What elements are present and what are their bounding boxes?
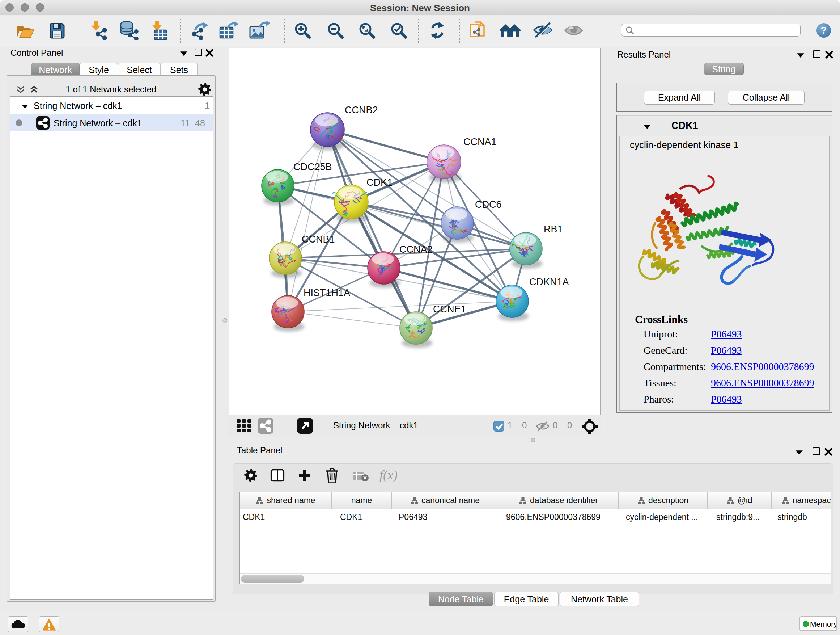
svg-text:RB1: RB1 <box>544 224 563 234</box>
svg-text:?: ? <box>821 25 827 36</box>
svg-text:CDC6: CDC6 <box>475 199 502 210</box>
svg-text:CCNA1: CCNA1 <box>463 136 497 147</box>
svg-text:CCNE1: CCNE1 <box>433 304 466 315</box>
svg-text:HIST1H1A: HIST1H1A <box>303 287 350 298</box>
svg-text:CCNB1: CCNB1 <box>302 234 335 245</box>
svg-text:CCNA2: CCNA2 <box>399 244 433 255</box>
svg-text:CCNB2: CCNB2 <box>345 105 378 116</box>
svg-text:CDKN1A: CDKN1A <box>529 277 569 287</box>
svg-text:CDC25B: CDC25B <box>294 162 332 172</box>
svg-text:CDK1: CDK1 <box>366 177 393 188</box>
